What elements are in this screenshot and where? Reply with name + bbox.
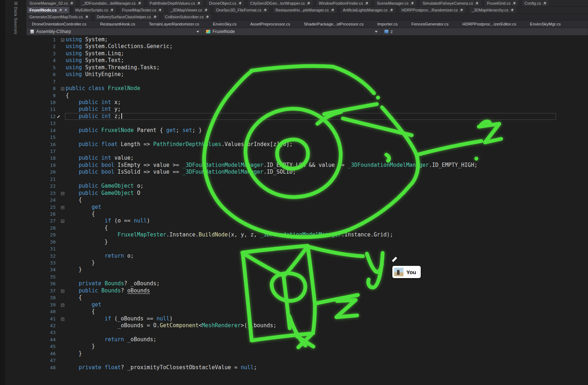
code-line-30[interactable]: 30 } [5,239,588,245]
pin-icon[interactable] [389,8,393,12]
type-dropdown[interactable]: FruxelNode [203,28,381,35]
code-line-29[interactable]: 29 FruxelMapTester.Instance.BuildNode(x,… [5,231,588,238]
pin-icon[interactable] [110,8,114,12]
tab-windowpositionfinder-cs[interactable]: WindowPositionFinder.cs [317,0,371,6]
code-line-5[interactable]: 5using System.Threading.Tasks; [5,64,588,71]
close-icon[interactable]: × [64,8,67,12]
code-line-18[interactable]: 18 public int value; [5,155,588,161]
pin-icon[interactable] [153,15,157,19]
fold-region[interactable] [61,190,66,197]
tab-fencesgenerator-cs[interactable]: FencesGenerator.cs [410,20,450,28]
code-line-9[interactable]: 9{ [5,92,588,99]
code-line-36[interactable]: 36 private Bounds? _oBounds; [5,280,588,287]
pin-icon[interactable] [263,8,267,12]
fold-collapse-icon[interactable] [61,87,64,90]
code-line-23[interactable]: 23 public GameObject O [5,190,588,197]
code-line-35[interactable]: 35 [5,273,588,280]
tab-onesec3d-fileformat-cs[interactable]: OneSec3D_FileFormat.cs [214,7,270,13]
pin-icon[interactable] [459,8,463,12]
tab-citygen3dgen-torwrapper-cs[interactable]: CityGen3DGen...torWrapper.cs [248,0,313,6]
tab-scenemanager-cs[interactable]: SceneManager.cs [375,0,416,6]
tab-restaurantho-plemanager-cs[interactable]: RestaurantHo...pleManager.cs [273,7,337,13]
code-line-37[interactable]: 37 public Bounds? oBounds [5,287,588,294]
tab-config-cs[interactable]: Config.cs [522,0,549,6]
fold-collapse-icon[interactable] [61,206,64,209]
pin-icon[interactable] [510,8,514,12]
code-line-2[interactable]: 2using System.Collections.Generic; [5,43,588,50]
pin-icon[interactable] [70,1,74,5]
code-line-10[interactable]: 10 public int x; [5,99,588,106]
pin-icon[interactable] [205,15,209,19]
fold-collapse-icon[interactable] [61,38,64,42]
code-line-41[interactable]: 41 if (_oBounds == null) [5,315,588,322]
code-line-3[interactable]: 3using System.Linq; [5,50,588,57]
code-line-15[interactable]: 15 [5,134,588,141]
code-line-48[interactable]: 48 private float? _proximityToClosestObs… [5,364,588,371]
fold-region[interactable] [61,301,66,308]
tab-myeditorscripts-cs[interactable]: MyEditorScripts.cs [73,7,116,13]
code-line-16[interactable]: 16 public float Length => PathfinderDept… [5,141,588,148]
fold-collapse-icon[interactable] [61,290,64,293]
code-line-8[interactable]: 8public class FruxelNode [5,85,588,92]
sidebar-tab-data-sources[interactable]: Data Sources [5,0,27,35]
tab-fruxelnode-cs[interactable]: FruxelNode.cs× [27,7,69,13]
tab--3dmaphierarchy-cs[interactable]: _3DMapHierarchy.cs [470,7,516,13]
code-line-38[interactable]: 38 { [5,294,588,301]
code-line-1[interactable]: 1using System; [5,36,588,43]
code-line-33[interactable]: 33 } [5,259,588,266]
fold-region[interactable] [61,315,66,322]
tab-restauranthook-cs[interactable]: RestaurantHook.cs [99,20,137,28]
fold-region[interactable] [61,287,66,294]
pin-icon[interactable] [204,8,208,12]
pin-icon[interactable] [410,1,414,5]
code-line-14[interactable]: 14 public FruxelNode Parent { get; set; … [5,127,588,134]
code-line-25[interactable]: 25 get [5,204,588,211]
fold-region[interactable] [61,217,66,224]
pin-icon[interactable] [59,8,62,12]
pin-icon[interactable] [331,8,335,12]
code-line-12[interactable]: 12 public int z; [5,113,588,120]
code-line-21[interactable]: 21 [5,176,588,183]
code-line-27[interactable]: 27 if (o == null) [5,217,588,224]
code-line-32[interactable]: 32 return o; [5,253,588,259]
code-editor[interactable]: 1using System;2using System.Collections.… [5,35,588,385]
code-line-13[interactable]: 13 [5,120,588,127]
pin-icon[interactable] [158,8,162,12]
pin-icon[interactable] [307,1,311,5]
fold-collapse-icon[interactable] [61,304,64,307]
pin-icon[interactable] [137,1,141,5]
tab-shaderpackage-stprocessor-cs[interactable]: ShaderPackage...stProcessor.cs [302,20,365,28]
tab-collisionsubscriber-cs[interactable]: CollisionSubscriber.cs [163,14,212,20]
code-line-43[interactable]: 43 [5,329,588,336]
code-line-24[interactable]: 24 { [5,197,588,203]
pin-icon[interactable] [197,1,201,5]
code-line-42[interactable]: 42 _oBounds = O.GetComponent<MeshRendere… [5,322,588,329]
fold-region[interactable] [61,204,66,211]
tab-simulatedfisheyecamera-cs[interactable]: SimulatedFisheyeCamera.cs [420,0,481,6]
code-line-19[interactable]: 19 public bool IsEmpty => value >= _3DFo… [5,162,588,169]
code-line-31[interactable]: 31 [5,245,588,252]
fold-region[interactable] [61,85,66,92]
code-line-28[interactable]: 28 { [5,225,588,231]
fold-collapse-icon[interactable] [61,220,64,223]
tab-deliverysurfaceclasshelper-cs[interactable]: DeliverySurfaceClassHelper.cs [95,14,159,20]
tab-pathfinderdepthvalues-cs[interactable]: PathfinderDepthValues.cs [148,0,203,6]
pin-icon[interactable] [365,1,369,5]
pin-icon[interactable] [543,1,547,5]
tab-hdrppostproc-izereditor-cs[interactable]: HDRPPostproc...izerEditor.cs [461,20,518,28]
code-line-4[interactable]: 4using System.Text; [5,57,588,64]
fold-collapse-icon[interactable] [61,318,64,321]
pin-icon[interactable] [512,1,516,5]
chevron-down-icon[interactable] [196,31,199,33]
tab-scenemanager-02-cs[interactable]: SceneManager_02.cs [27,0,76,6]
code-line-20[interactable]: 20 public bool IsSolid => value == _3DFo… [5,169,588,175]
code-line-7[interactable]: 7 [5,78,588,85]
code-line-46[interactable]: 46 } [5,350,588,357]
chevron-down-icon[interactable] [375,31,378,33]
tab-droneobject-cs[interactable]: DroneObject.cs [207,0,244,6]
tab--3dmapviewer-cs[interactable]: _3DMapViewer.cs [168,7,210,13]
tab-generator2exportmaptools-cs[interactable]: Generator2ExportMapTools.cs [27,14,91,20]
code-line-6[interactable]: 6using UnityEngine; [5,71,588,78]
pin-icon[interactable] [238,1,242,5]
pin-icon[interactable] [85,15,89,19]
